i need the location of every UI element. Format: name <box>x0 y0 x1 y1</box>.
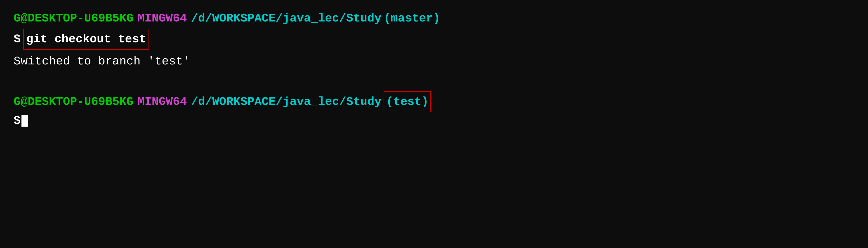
command-line: $ git checkout test <box>13 29 855 50</box>
command-box: git checkout test <box>23 29 149 50</box>
output-text: Switched to branch 'test' <box>13 52 190 71</box>
prompt-shell-1: MINGW64 <box>138 9 187 28</box>
output-line: Switched to branch 'test' <box>13 51 855 72</box>
prompt-branch-test: (test) <box>383 91 431 112</box>
prompt-user-1: G@DESKTOP-U69B5KG <box>13 9 133 28</box>
prompt-user-2: G@DESKTOP-U69B5KG <box>13 92 133 111</box>
prompt-branch-master: (master) <box>383 9 440 28</box>
terminal-window: G@DESKTOP-U69B5KG MINGW64 /d/WORKSPACE/j… <box>13 9 855 239</box>
dollar-sign-1: $ <box>13 30 21 49</box>
spacer <box>13 73 855 91</box>
command-text: git checkout test <box>26 33 146 46</box>
prompt-shell-2: MINGW64 <box>138 92 187 111</box>
prompt-line-2: G@DESKTOP-U69B5KG MINGW64 /d/WORKSPACE/j… <box>13 91 855 112</box>
prompt-path-2: /d/WORKSPACE/java_lec/Study <box>191 92 381 111</box>
empty-prompt-line: $ <box>13 114 855 127</box>
prompt-line-1: G@DESKTOP-U69B5KG MINGW64 /d/WORKSPACE/j… <box>13 9 855 28</box>
dollar-sign-2: $ <box>13 114 21 127</box>
prompt-path-1: /d/WORKSPACE/java_lec/Study <box>191 9 381 28</box>
cursor <box>22 115 28 127</box>
